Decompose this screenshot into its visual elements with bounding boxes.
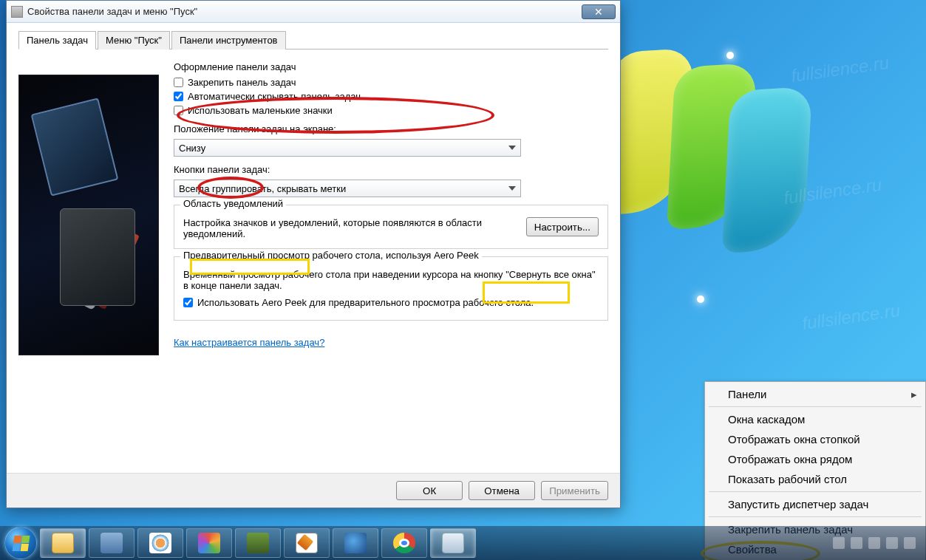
aero-heading: Предварительный просмотр рабочего стола,… [180, 250, 482, 261]
ctx-separator [709, 491, 922, 492]
taskbar[interactable] [0, 526, 926, 560]
apply-button[interactable]: Применить [541, 481, 608, 500]
watermark: fullsilence.ru [783, 174, 883, 208]
tray-icon[interactable] [904, 537, 916, 549]
auto-hide-row[interactable]: Автоматически скрывать панель задач [174, 91, 608, 102]
lock-taskbar-checkbox[interactable] [174, 78, 183, 87]
dialog-icon [11, 6, 23, 18]
tray-icon[interactable] [851, 537, 862, 549]
chevron-down-icon [508, 186, 516, 191]
customize-button[interactable]: Настроить... [526, 217, 599, 236]
tab-toolbars[interactable]: Панели инструментов [171, 31, 286, 49]
close-button[interactable]: ✕ [582, 4, 616, 19]
tab-strip: Панель задач Меню "Пуск" Панели инструме… [18, 30, 608, 49]
position-select[interactable]: Снизу [174, 139, 521, 157]
appearance-heading: Оформление панели задач [174, 61, 608, 72]
aero-description: Временный просмотр рабочего стола при на… [183, 269, 599, 291]
auto-hide-checkbox[interactable] [174, 92, 183, 101]
small-icons-row[interactable]: Использовать маленькие значки [174, 105, 608, 116]
help-link[interactable]: Как настраивается панель задач? [174, 337, 324, 348]
taskbar-item-minecraft[interactable] [235, 528, 281, 558]
aero-peek-fieldset: Предварительный просмотр рабочего стола,… [174, 256, 608, 321]
taskbar-item-thunderbird[interactable] [333, 528, 378, 558]
dialog-title: Свойства панели задач и меню "Пуск" [27, 6, 582, 17]
titlebar[interactable]: Свойства панели задач и меню "Пуск" ✕ [7, 1, 620, 23]
lock-taskbar-row[interactable]: Закрепить панель задач [174, 77, 608, 88]
tray-icon[interactable] [886, 537, 898, 549]
tab-taskbar[interactable]: Панель задач [18, 31, 96, 49]
taskbar-item-chrome[interactable] [381, 528, 427, 558]
ctx-panels[interactable]: Панели [707, 384, 923, 404]
ok-button[interactable]: ОК [396, 481, 463, 500]
system-tray[interactable] [833, 537, 922, 549]
taskbar-item-app-1[interactable] [89, 528, 135, 558]
notification-area-fieldset: Область уведомлений Настройка значков и … [174, 205, 608, 249]
ctx-side-by-side[interactable]: Отображать окна рядом [707, 449, 923, 469]
taskbar-item-explorer[interactable] [40, 528, 86, 558]
taskbar-item-paint[interactable] [186, 528, 232, 558]
buttons-value: Всегда группировать, скрывать метки [179, 183, 346, 194]
dialog-button-row: ОК Отмена Применить [7, 473, 620, 508]
ctx-separator [709, 406, 922, 407]
start-button[interactable] [4, 527, 37, 559]
tab-start-menu[interactable]: Меню "Пуск" [98, 31, 170, 49]
taskbar-item-properties-dialog[interactable] [430, 528, 476, 558]
ctx-stack[interactable]: Отображать окна стопкой [707, 429, 923, 449]
position-value: Снизу [179, 143, 205, 154]
taskbar-item-paint-net[interactable] [137, 528, 183, 558]
lock-taskbar-label: Закрепить панель задач [188, 77, 296, 88]
taskbar-item-editor[interactable] [284, 528, 330, 558]
watermark: fullsilence.ru [790, 52, 891, 86]
ctx-separator [709, 516, 922, 517]
buttons-label: Кнопки панели задач: [174, 164, 608, 175]
aero-peek-row[interactable]: Использовать Aero Peek для предварительн… [183, 297, 599, 308]
buttons-select[interactable]: Всегда группировать, скрывать метки [174, 180, 521, 197]
aero-peek-label: Использовать Aero Peek для предварительн… [197, 297, 534, 308]
chevron-down-icon [508, 146, 516, 150]
small-icons-label: Использовать маленькие значки [188, 105, 333, 116]
aero-peek-checkbox[interactable] [183, 298, 193, 307]
position-label: Положение панели задач на экране: [174, 123, 608, 134]
notification-legend: Область уведомлений [180, 198, 286, 209]
ctx-show-desktop[interactable]: Показать рабочий стол [707, 469, 923, 489]
small-icons-checkbox[interactable] [174, 106, 183, 115]
tray-icon[interactable] [868, 537, 880, 549]
watermark: fullsilence.ru [801, 300, 902, 334]
taskbar-properties-dialog: Свойства панели задач и меню "Пуск" ✕ Па… [6, 0, 621, 508]
decorative-illustration [18, 75, 159, 355]
tray-icon[interactable] [833, 537, 845, 549]
ctx-cascade[interactable]: Окна каскадом [707, 409, 923, 429]
cancel-button[interactable]: Отмена [469, 481, 535, 500]
windows-logo-icon [12, 536, 30, 551]
notification-text: Настройка значков и уведомлений, которые… [183, 217, 519, 239]
auto-hide-label: Автоматически скрывать панель задач [188, 91, 361, 102]
ctx-task-manager[interactable]: Запустить диспетчер задач [707, 494, 923, 514]
